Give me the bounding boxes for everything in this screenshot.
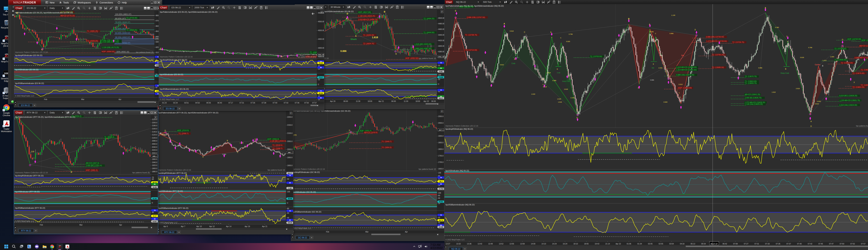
- time-tick-label: 07:42: [808, 243, 812, 245]
- network-icon[interactable]: [418, 245, 422, 248]
- pattern-level-label: T1: (4481.25): [87, 30, 98, 32]
- scroll-thumb[interactable]: [426, 103, 437, 104]
- speaker-icon[interactable]: [425, 245, 428, 248]
- pattern-point-label: B: [158, 131, 159, 133]
- tab-row: [159, 106, 324, 111]
- axis-tick-label: 60: [152, 212, 154, 213]
- time-tick-label: Apr: [119, 224, 122, 226]
- indicator-value-box: 70: [286, 210, 293, 212]
- indicator-value-box: 74.98: [437, 76, 444, 78]
- time-tick-label: 18:55: [584, 243, 589, 245]
- indicator-value-box: 70: [437, 177, 444, 179]
- time-tick-label: Apr 7: [181, 225, 185, 227]
- taskbar-icon-start[interactable]: [2, 243, 10, 250]
- minimize-button[interactable]: [151, 1, 153, 4]
- es-tick-window: ChartES 06-22▼2000 Tick▼T2: (4370.00)T1:…: [159, 5, 324, 111]
- menu-new[interactable]: New: [45, 1, 55, 4]
- close-outline-button[interactable]: [158, 1, 160, 4]
- tws-icon: [65, 244, 70, 249]
- time-tick-label: Apr 20: [330, 100, 335, 102]
- taskbar-icon-task-view[interactable]: [18, 243, 25, 250]
- text-label: 70: [440, 177, 442, 179]
- indicator-pane: [157, 191, 286, 204]
- tray-clock[interactable]: 7:53 AM4/22/2022: [430, 243, 443, 250]
- taskbar-icon-tws[interactable]: [64, 243, 71, 250]
- text-label: P: [5, 89, 7, 92]
- indicator-label: hpcRSIBammIndicator (ES 06-22): [15, 82, 44, 84]
- time-tick-label: 06:40: [217, 102, 222, 104]
- text-label: ◀: [445, 246, 446, 247]
- text-label: ◀: [160, 107, 161, 108]
- menu-connections[interactable]: Connections: [95, 1, 113, 4]
- pattern-point-label: C: [560, 37, 561, 39]
- patterns-found: hpc patterns found: [3]: [268, 169, 285, 171]
- indicator-pane: [14, 191, 151, 204]
- time-tick-label: 07:57: [861, 243, 866, 245]
- maximize-button[interactable]: [154, 1, 157, 4]
- axis-tick-label: 1900.0: [438, 135, 443, 137]
- taskbar-icon-search[interactable]: [10, 243, 18, 250]
- indicator-value-box: 70: [317, 90, 324, 92]
- desktop-icon-trader-workstation[interactable]: Trader Workstation: [0, 120, 14, 133]
- taskbar-icon-ninjatrader[interactable]: [56, 243, 64, 250]
- chat-icon: [35, 244, 39, 249]
- scroll-thumb[interactable]: [311, 105, 317, 106]
- pattern-level-label: AB=CD (13720.75): [859, 45, 868, 47]
- desktop-icon-google-chrome[interactable]: Google Chrome: [0, 103, 14, 117]
- axis-tick-label: 0: [318, 84, 319, 86]
- scroll-thumb[interactable]: [137, 101, 154, 103]
- time-tick-label: 06:00: [391, 100, 396, 102]
- scroll-thumb[interactable]: [686, 246, 868, 247]
- time-tick-label: Apr 22: [424, 100, 429, 102]
- axis-tick-label: 4460.00: [438, 28, 444, 30]
- pattern-level-label: T2: (4300.00): [87, 40, 98, 42]
- time-tick-label: 13:52: [499, 243, 503, 245]
- text-label: 4362.25: [318, 54, 324, 56]
- pattern-level-label: T2: (4733.00): [126, 17, 137, 19]
- taskbar-icon-widgets[interactable]: [25, 243, 33, 250]
- pattern-level-label: AB=CD (1927.6): [86, 162, 99, 164]
- text-label: 70: [440, 89, 442, 91]
- text-label: ▶: [286, 228, 287, 230]
- time-tick-label: Apr 21: [378, 100, 384, 102]
- time-tick-label: Feb: [40, 224, 43, 226]
- indicator-label: hpcRSIBammIndicator (RTY 06-22): [15, 207, 45, 209]
- scroll-thumb[interactable]: [196, 228, 221, 230]
- pattern-point-label: C: [524, 31, 525, 33]
- pattern-point-label: D: [347, 12, 348, 15]
- taskbar-icon-file-explorer[interactable]: [41, 243, 48, 250]
- tab-label: NQ 06-22: [452, 248, 460, 250]
- pattern-level-label: T1: (2090.7): [179, 132, 188, 134]
- text-label: 22.88: [439, 226, 443, 228]
- text-label: +: [179, 231, 180, 233]
- time-tick-label: Apr 14: [226, 225, 231, 227]
- pattern-point-label: Bat: [681, 55, 684, 56]
- copyright: © 2022 NinjaTrader, LLC: [292, 227, 311, 229]
- taskbar-icon-chat[interactable]: [33, 243, 41, 250]
- scroll-thumb[interactable]: [371, 234, 401, 235]
- time-tick-label: 16:24: [563, 243, 567, 245]
- pattern-level-label: HOP: (13732.00): [847, 38, 861, 40]
- time-tick-label: 07:17: [228, 102, 233, 104]
- tray-chevron-icon[interactable]: [413, 245, 415, 248]
- menu-workspaces[interactable]: Workspaces: [73, 1, 91, 4]
- price-box: 4362.25: [437, 55, 444, 58]
- text-label: 1981.1: [287, 152, 292, 154]
- indicator-value-box: 30: [151, 218, 158, 220]
- time-tick-label: 03:51: [184, 102, 189, 104]
- menu-tools[interactable]: Tools: [59, 1, 69, 4]
- menu-label: Help: [122, 1, 127, 4]
- indicator-value-box: 73.17: [317, 76, 324, 79]
- pattern-level-label: 2.000 (B) (13635.75): [745, 97, 762, 99]
- time-tick-label: 04:33: [680, 243, 684, 245]
- text-label: F: [290, 112, 292, 114]
- pattern-level-label: 2.000 (BC) (1911.4): [86, 164, 102, 166]
- axis-tick-label: 4350.00: [318, 56, 324, 58]
- indicator-label: hpcAmpRSIIndicator (ES 06-22): [160, 59, 187, 61]
- text-label: +: [464, 248, 466, 250]
- menu-help[interactable]: Help: [118, 1, 127, 4]
- taskbar-icon-chrome[interactable]: [48, 243, 56, 250]
- scroll-thumb[interactable]: [132, 227, 148, 228]
- text-label: 70: [440, 214, 442, 216]
- pattern-point-label: 1.410: [161, 134, 165, 135]
